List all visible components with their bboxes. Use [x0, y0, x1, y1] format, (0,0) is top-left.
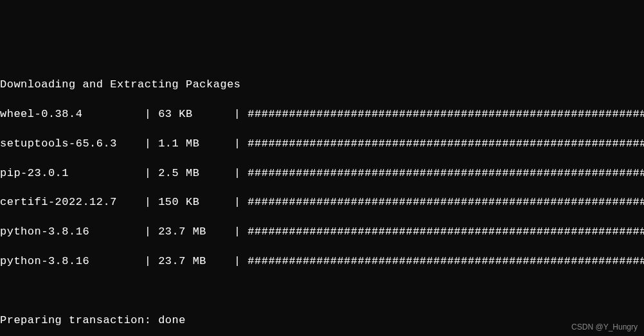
package-name: pip-23.0.1	[0, 167, 69, 179]
package-size: 23.7 MB	[158, 225, 206, 238]
package-row: pip-23.0.1 | 2.5 MB | ##################…	[0, 166, 644, 181]
package-name: wheel-0.38.4	[0, 108, 82, 120]
package-row: wheel-0.38.4 | 63 KB | #################…	[0, 107, 644, 122]
progress-bar: ########################################…	[247, 167, 644, 179]
package-name: certifi-2022.12.7	[0, 196, 117, 208]
package-row: python-3.8.16 | 23.7 MB | ##############…	[0, 225, 644, 240]
progress-bar: ########################################…	[247, 255, 644, 267]
progress-bar: ########################################…	[247, 196, 644, 208]
package-size: 23.7 MB	[158, 255, 206, 267]
package-size: 2.5 MB	[158, 167, 199, 179]
package-size: 63 KB	[158, 108, 193, 120]
package-row: python-3.8.16 | 23.7 MB | ##############…	[0, 254, 644, 269]
package-name: python-3.8.16	[0, 255, 89, 267]
progress-bar: ########################################…	[247, 137, 644, 150]
blank-line	[0, 284, 644, 299]
package-row: setuptools-65.6.3 | 1.1 MB | ###########…	[0, 137, 644, 152]
package-size: 150 KB	[158, 196, 199, 208]
package-size: 1.1 MB	[158, 137, 199, 150]
package-name: python-3.8.16	[0, 225, 89, 238]
watermark: CSDN @Y_Hungry	[571, 322, 638, 332]
progress-bar: ########################################…	[247, 225, 644, 238]
download-header: Downloading and Extracting Packages	[0, 78, 644, 93]
package-row: certifi-2022.12.7 | 150 KB | ###########…	[0, 195, 644, 210]
terminal-output[interactable]: Downloading and Extracting Packages whee…	[0, 63, 644, 336]
transaction-prepare: Preparing transaction: done	[0, 314, 644, 328]
progress-bar: ########################################…	[247, 108, 644, 120]
package-name: setuptools-65.6.3	[0, 137, 117, 150]
